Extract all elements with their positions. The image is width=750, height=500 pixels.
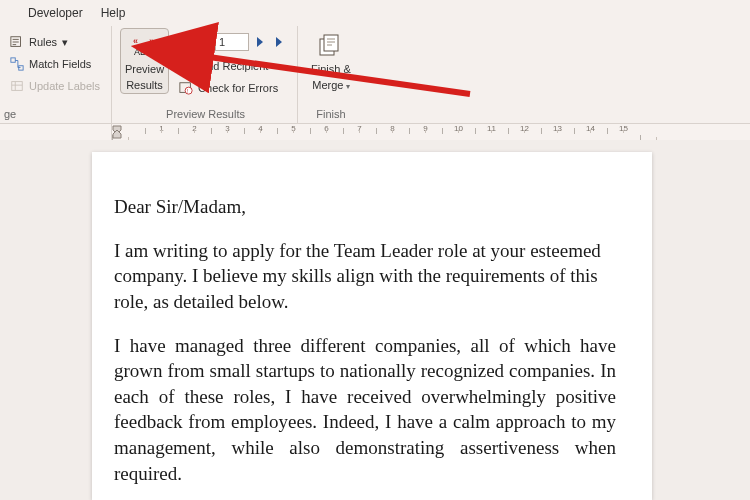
match-fields-label: Match Fields <box>29 58 91 70</box>
ribbon-group-finish: Finish & Merge ▾ Finish <box>300 26 362 123</box>
preview-results-icon: « » ABC <box>129 32 161 60</box>
dropdown-caret-icon: ▾ <box>343 82 349 91</box>
document-area: Dear Sir/Madam, I am writing to apply fo… <box>0 140 750 500</box>
finish-merge-icon <box>315 32 347 60</box>
svg-text:«: « <box>133 36 138 46</box>
match-fields-button[interactable]: Match Fields <box>4 54 105 74</box>
preview-results-label-2: Results <box>126 78 163 92</box>
menu-help[interactable]: Help <box>101 6 126 20</box>
svg-rect-1 <box>11 58 15 62</box>
check-errors-icon: ! <box>178 80 194 96</box>
match-fields-icon <box>9 56 25 72</box>
ribbon-group-finish-label: Finish <box>306 107 356 123</box>
horizontal-ruler[interactable]: 123456789101112131415 <box>112 124 673 140</box>
ribbon-mailings: Rules ▾ Match Fields Update Labels ge <box>0 26 750 124</box>
svg-text:!: ! <box>187 88 188 94</box>
doc-paragraph-greeting: Dear Sir/Madam, <box>114 194 616 220</box>
preview-results-label-1: Preview <box>125 62 164 76</box>
menu-developer[interactable]: Developer <box>28 6 83 20</box>
update-labels-icon <box>9 78 25 94</box>
previous-record-button[interactable] <box>195 33 213 51</box>
ribbon-group-preview-results: « » ABC Preview Results <box>114 26 298 123</box>
update-labels-label: Update Labels <box>29 80 100 92</box>
record-number-input[interactable] <box>215 33 249 51</box>
find-recipient-icon <box>178 58 194 74</box>
next-record-button[interactable] <box>251 33 269 51</box>
ribbon-group-preview-results-label: Preview Results <box>120 107 291 123</box>
svg-point-9 <box>185 87 192 94</box>
svg-rect-3 <box>12 82 23 91</box>
record-navigation <box>173 30 291 54</box>
check-errors-button[interactable]: ! Check for Errors <box>173 78 291 98</box>
preview-results-button[interactable]: « » ABC Preview Results <box>120 28 169 94</box>
update-labels-button: Update Labels <box>4 76 105 96</box>
dropdown-caret-icon: ▾ <box>61 34 69 50</box>
doc-paragraph-experience: I have managed three different companies… <box>114 333 616 487</box>
svg-point-7 <box>181 61 188 68</box>
finish-merge-label-2: Merge <box>312 79 343 91</box>
indent-marker-icon[interactable] <box>112 125 124 139</box>
finish-merge-button[interactable]: Finish & Merge ▾ <box>306 28 356 96</box>
rules-icon <box>9 34 25 50</box>
svg-rect-12 <box>324 35 338 51</box>
svg-text:»: » <box>149 36 154 46</box>
svg-text:ABC: ABC <box>134 47 153 56</box>
rules-label: Rules <box>29 36 57 48</box>
first-record-button[interactable] <box>175 33 193 51</box>
rules-button[interactable]: Rules ▾ <box>4 32 105 52</box>
last-record-button[interactable] <box>271 33 289 51</box>
document-body: Dear Sir/Madam, I am writing to apply fo… <box>114 194 616 486</box>
doc-paragraph-intro: I am writing to apply for the Team Leade… <box>114 238 616 315</box>
document-page[interactable]: Dear Sir/Madam, I am writing to apply fo… <box>92 152 652 500</box>
check-errors-label: Check for Errors <box>198 82 278 94</box>
ruler-gutter <box>0 124 112 140</box>
ribbon-group-write-insert-label: ge <box>4 107 105 123</box>
ruler-row: 123456789101112131415 <box>0 124 750 140</box>
finish-merge-label-1: Finish & <box>311 62 351 76</box>
menu-bar: Developer Help <box>0 0 750 26</box>
ribbon-group-write-insert: Rules ▾ Match Fields Update Labels ge <box>4 26 112 123</box>
find-recipient-label: Find Recipient <box>198 60 268 72</box>
find-recipient-button[interactable]: Find Recipient <box>173 56 291 76</box>
